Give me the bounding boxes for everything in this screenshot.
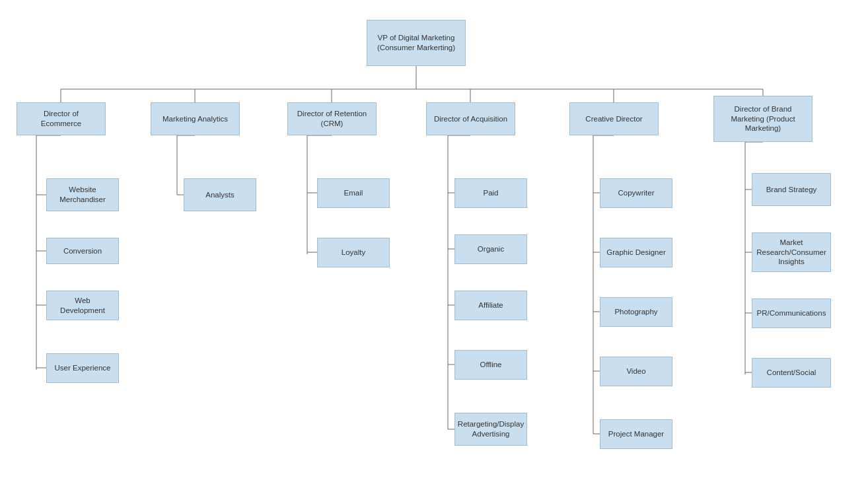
node-offline: Offline <box>454 350 527 380</box>
node-creative-director: Creative Director <box>569 102 659 135</box>
node-marketing-analytics: Marketing Analytics <box>151 102 240 135</box>
node-loyalty: Loyalty <box>317 238 390 267</box>
org-chart: VP of Digital Marketing (Consumer Marker… <box>0 0 868 486</box>
connector-lines <box>0 0 868 486</box>
node-paid: Paid <box>454 178 527 208</box>
node-photography: Photography <box>600 297 672 327</box>
node-copywriter: Copywriter <box>600 178 672 208</box>
node-market-research: Market Research/Consumer Insights <box>752 232 831 272</box>
node-dir-retention: Director of Retention (CRM) <box>287 102 377 135</box>
node-pr-comms: PR/Communications <box>752 298 831 328</box>
node-content-social: Content/Social <box>752 358 831 388</box>
node-website-merch: Website Merchandiser <box>46 178 119 211</box>
node-analysts: Analysts <box>184 178 256 211</box>
node-dir-ecommerce: Director of Ecommerce <box>17 102 106 135</box>
node-dir-brand: Director of Brand Marketing (Product Mar… <box>713 96 813 142</box>
node-project-manager: Project Manager <box>600 419 672 449</box>
node-affiliate: Affiliate <box>454 291 527 320</box>
node-email: Email <box>317 178 390 208</box>
node-brand-strategy: Brand Strategy <box>752 173 831 206</box>
node-user-exp: User Experience <box>46 353 119 383</box>
node-video: Video <box>600 357 672 386</box>
node-retargeting: Retargeting/Display Advertising <box>454 413 527 446</box>
node-web-dev: Web Development <box>46 291 119 320</box>
node-dir-acquisition: Director of Acquisition <box>426 102 515 135</box>
node-root: VP of Digital Marketing (Consumer Marker… <box>367 20 466 66</box>
node-organic: Organic <box>454 234 527 264</box>
node-graphic-designer: Graphic Designer <box>600 238 672 267</box>
node-conversion: Conversion <box>46 238 119 264</box>
